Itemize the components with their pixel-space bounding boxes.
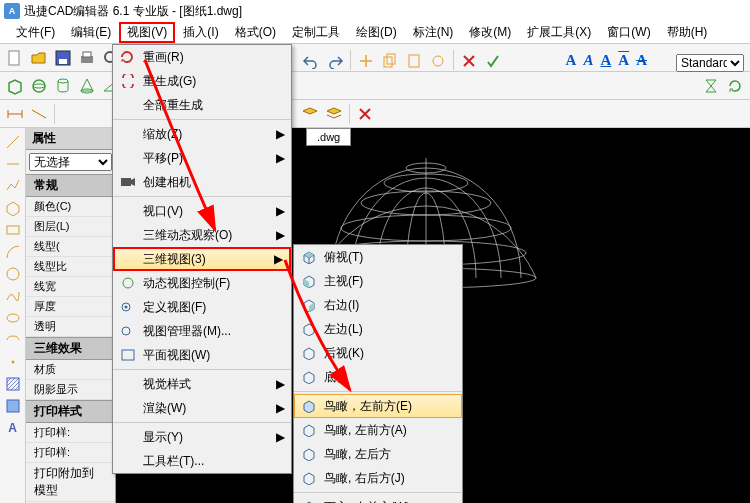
sub-left[interactable]: 左边(L)	[294, 317, 462, 341]
arc-tool-icon[interactable]	[3, 242, 23, 262]
row-pstyle[interactable]: 打印样:	[26, 423, 115, 443]
menu-regenall[interactable]: 全部重生成	[113, 93, 291, 117]
hatch-tool-icon[interactable]	[3, 374, 23, 394]
menu-redraw[interactable]: 重画(R)	[113, 45, 291, 69]
menu-view[interactable]: 视图(V)	[119, 22, 175, 43]
copy-orange-icon[interactable]	[379, 50, 401, 72]
menu-zoom[interactable]: 缩放(Z)▶	[113, 122, 291, 146]
region-tool-icon[interactable]	[3, 396, 23, 416]
menu-file[interactable]: 文件(F)	[8, 22, 63, 43]
overline-icon[interactable]: A	[615, 52, 632, 69]
menu-modify[interactable]: 修改(M)	[461, 22, 519, 43]
sub-bird-bl[interactable]: 鸟瞰, 左后方	[294, 442, 462, 466]
underline-icon[interactable]: A	[597, 52, 614, 69]
menu-viewport[interactable]: 视口(V)▶	[113, 199, 291, 223]
redo-icon[interactable]	[324, 50, 346, 72]
row-shadow[interactable]: 阴影显示	[26, 380, 115, 400]
sub-right[interactable]: 右边(I)	[294, 293, 462, 317]
layer2-icon[interactable]	[323, 103, 345, 125]
row-pstylet[interactable]: 打印样:	[26, 443, 115, 463]
menu-help[interactable]: 帮助(H)	[659, 22, 716, 43]
menu-toolbar[interactable]: 工具栏(T)...	[113, 449, 291, 473]
spline-tool-icon[interactable]	[3, 286, 23, 306]
open-icon[interactable]	[28, 47, 50, 69]
menu-pan[interactable]: 平移(P)▶	[113, 146, 291, 170]
menu-defview[interactable]: 定义视图(F)	[113, 295, 291, 319]
menu-edit[interactable]: 编辑(E)	[63, 22, 119, 43]
save-icon[interactable]	[52, 47, 74, 69]
menu-camera[interactable]: 创建相机	[113, 170, 291, 194]
circle-tool-icon[interactable]	[3, 264, 23, 284]
menu-format[interactable]: 格式(O)	[227, 22, 284, 43]
cancel-icon[interactable]	[458, 50, 480, 72]
menu-render[interactable]: 渲染(W)▶	[113, 396, 291, 420]
pline-tool-icon[interactable]	[3, 176, 23, 196]
line-tool-icon[interactable]	[3, 132, 23, 152]
new-icon[interactable]	[4, 47, 26, 69]
menu-display[interactable]: 显示(Y)▶	[113, 425, 291, 449]
sub-top[interactable]: 俯视(T)	[294, 245, 462, 269]
menu-regen[interactable]: 重生成(G)	[113, 69, 291, 93]
dim2-icon[interactable]	[28, 103, 50, 125]
refresh-green-icon[interactable]	[724, 75, 746, 97]
sub-bird-fla[interactable]: 鸟瞰, 左前方(A)	[294, 418, 462, 442]
sub-bird-fl[interactable]: 鸟瞰，左前方(E)	[294, 394, 462, 418]
ray-tool-icon[interactable]	[3, 154, 23, 174]
row-lweight[interactable]: 线宽	[26, 277, 115, 297]
menu-window[interactable]: 窗口(W)	[599, 22, 658, 43]
paste-orange-icon[interactable]	[403, 50, 425, 72]
row-transp[interactable]: 透明	[26, 317, 115, 337]
text-tool-icon[interactable]: A	[3, 418, 23, 438]
point-tool-icon[interactable]	[3, 352, 23, 372]
italic-icon[interactable]: A	[580, 52, 596, 69]
cone-icon[interactable]	[76, 75, 98, 97]
menu-insert[interactable]: 插入(I)	[175, 22, 226, 43]
menu-custom[interactable]: 定制工具	[284, 22, 348, 43]
close-red-icon[interactable]	[354, 103, 376, 125]
cube-icon[interactable]	[4, 75, 26, 97]
earc-tool-icon[interactable]	[3, 330, 23, 350]
row-ltype[interactable]: 线型(	[26, 237, 115, 257]
row-thick[interactable]: 厚度	[26, 297, 115, 317]
sub-bottom[interactable]: 底视	[294, 365, 462, 389]
menu-extend[interactable]: 扩展工具(X)	[519, 22, 599, 43]
undo-icon[interactable]	[300, 50, 322, 72]
sphere-icon[interactable]	[28, 75, 50, 97]
strike-icon[interactable]: A	[633, 52, 650, 69]
section-fx[interactable]: 三维效果	[26, 337, 115, 360]
cylinder-icon[interactable]	[52, 75, 74, 97]
dim-icon[interactable]	[4, 103, 26, 125]
layer-red-icon[interactable]	[299, 103, 321, 125]
sub-back[interactable]: 后视(K)	[294, 341, 462, 365]
row-pattach[interactable]: 打印附加到 模型	[26, 463, 115, 502]
polygon-tool-icon[interactable]	[3, 198, 23, 218]
style-select[interactable]: Standard	[676, 54, 744, 72]
selection-select[interactable]: 无选择	[29, 153, 112, 171]
match-icon[interactable]	[427, 50, 449, 72]
svg-rect-36	[122, 350, 134, 360]
check-icon[interactable]	[482, 50, 504, 72]
menu-view3d[interactable]: 三维视图(3)▶	[113, 247, 291, 271]
print-icon[interactable]	[76, 47, 98, 69]
menu-planview[interactable]: 平面视图(W)	[113, 343, 291, 367]
row-color[interactable]: 颜色(C)	[26, 197, 115, 217]
menu-vstyle[interactable]: 视觉样式▶	[113, 372, 291, 396]
cut-orange-icon[interactable]	[355, 50, 377, 72]
menu-viewmgr[interactable]: 视图管理器(M)...	[113, 319, 291, 343]
hourglass-icon[interactable]	[700, 75, 722, 97]
sub-bird-br[interactable]: 鸟瞰, 右后方(J)	[294, 466, 462, 490]
rect-tool-icon[interactable]	[3, 220, 23, 240]
menu-draw[interactable]: 绘图(D)	[348, 22, 405, 43]
bold-icon[interactable]: A	[563, 52, 580, 69]
section-print[interactable]: 打印样式	[26, 400, 115, 423]
row-lscale[interactable]: 线型比	[26, 257, 115, 277]
section-general[interactable]: 常规	[26, 174, 115, 197]
row-layer[interactable]: 图层(L)	[26, 217, 115, 237]
menu-dynview[interactable]: 动态视图控制(F)	[113, 271, 291, 295]
ellipse-tool-icon[interactable]	[3, 308, 23, 328]
menu-annotate[interactable]: 标注(N)	[405, 22, 462, 43]
menu-orbit[interactable]: 三维动态观察(O)▶	[113, 223, 291, 247]
sub-below-fl[interactable]: 下方, 左前方(W)	[294, 495, 462, 503]
row-material[interactable]: 材质	[26, 360, 115, 380]
sub-front[interactable]: 主视(F)	[294, 269, 462, 293]
